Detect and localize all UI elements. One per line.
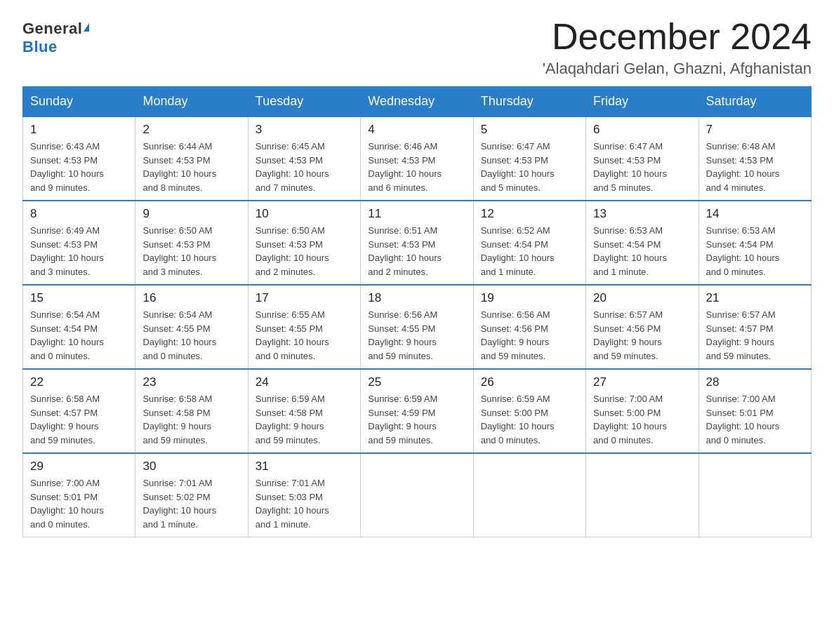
day-info: Sunrise: 6:54 AM Sunset: 4:54 PM Dayligh… — [30, 308, 128, 363]
day-info: Sunrise: 6:51 AM Sunset: 4:53 PM Dayligh… — [368, 224, 465, 279]
calendar-header-row: SundayMondayTuesdayWednesdayThursdayFrid… — [23, 87, 812, 117]
calendar-cell: 27Sunrise: 7:00 AM Sunset: 5:00 PM Dayli… — [586, 369, 699, 453]
header-friday: Friday — [586, 87, 699, 117]
page-header: General Blue December 2024 'Alaqahdari G… — [22, 17, 812, 78]
day-number: 23 — [143, 375, 240, 389]
calendar-cell: 23Sunrise: 6:58 AM Sunset: 4:58 PM Dayli… — [135, 369, 248, 453]
calendar-cell: 28Sunrise: 7:00 AM Sunset: 5:01 PM Dayli… — [699, 369, 811, 453]
day-number: 28 — [706, 375, 804, 389]
calendar-cell — [699, 453, 811, 537]
calendar-cell: 6Sunrise: 6:47 AM Sunset: 4:53 PM Daylig… — [586, 116, 699, 201]
day-number: 2 — [143, 123, 240, 137]
day-info: Sunrise: 7:00 AM Sunset: 5:01 PM Dayligh… — [30, 476, 128, 531]
calendar-cell: 2Sunrise: 6:44 AM Sunset: 4:53 PM Daylig… — [135, 116, 248, 201]
calendar-cell: 10Sunrise: 6:50 AM Sunset: 4:53 PM Dayli… — [248, 201, 360, 285]
day-info: Sunrise: 6:49 AM Sunset: 4:53 PM Dayligh… — [30, 224, 128, 279]
calendar-cell: 30Sunrise: 7:01 AM Sunset: 5:02 PM Dayli… — [135, 453, 248, 537]
calendar-cell: 24Sunrise: 6:59 AM Sunset: 4:58 PM Dayli… — [248, 369, 360, 453]
month-title: December 2024 — [543, 17, 812, 57]
day-info: Sunrise: 7:00 AM Sunset: 5:00 PM Dayligh… — [593, 392, 691, 447]
day-info: Sunrise: 6:47 AM Sunset: 4:53 PM Dayligh… — [481, 140, 578, 194]
day-number: 1 — [30, 123, 128, 137]
calendar-cell: 25Sunrise: 6:59 AM Sunset: 4:59 PM Dayli… — [361, 369, 473, 453]
calendar-cell: 11Sunrise: 6:51 AM Sunset: 4:53 PM Dayli… — [361, 201, 473, 285]
calendar-cell: 26Sunrise: 6:59 AM Sunset: 5:00 PM Dayli… — [473, 369, 585, 453]
day-info: Sunrise: 6:59 AM Sunset: 4:58 PM Dayligh… — [256, 392, 353, 447]
header-thursday: Thursday — [473, 87, 585, 117]
day-info: Sunrise: 6:50 AM Sunset: 4:53 PM Dayligh… — [143, 224, 240, 279]
calendar-cell: 17Sunrise: 6:55 AM Sunset: 4:55 PM Dayli… — [248, 285, 360, 369]
logo-triangle-icon — [84, 23, 89, 32]
day-number: 31 — [256, 459, 353, 474]
calendar-cell — [586, 453, 699, 537]
header-tuesday: Tuesday — [248, 87, 360, 117]
day-number: 17 — [256, 291, 353, 305]
calendar-week-row: 22Sunrise: 6:58 AM Sunset: 4:57 PM Dayli… — [23, 369, 812, 453]
day-info: Sunrise: 6:46 AM Sunset: 4:53 PM Dayligh… — [368, 140, 465, 194]
day-number: 22 — [30, 375, 128, 389]
day-number: 14 — [706, 207, 804, 221]
day-info: Sunrise: 6:43 AM Sunset: 4:53 PM Dayligh… — [30, 140, 128, 194]
day-info: Sunrise: 7:00 AM Sunset: 5:01 PM Dayligh… — [706, 392, 804, 447]
calendar-cell: 19Sunrise: 6:56 AM Sunset: 4:56 PM Dayli… — [473, 285, 585, 369]
calendar-cell: 15Sunrise: 6:54 AM Sunset: 4:54 PM Dayli… — [23, 285, 135, 369]
day-info: Sunrise: 6:57 AM Sunset: 4:56 PM Dayligh… — [593, 308, 691, 363]
day-info: Sunrise: 6:53 AM Sunset: 4:54 PM Dayligh… — [593, 224, 691, 279]
day-number: 29 — [30, 459, 128, 474]
day-info: Sunrise: 6:57 AM Sunset: 4:57 PM Dayligh… — [706, 308, 804, 363]
calendar-week-row: 8Sunrise: 6:49 AM Sunset: 4:53 PM Daylig… — [23, 201, 812, 285]
calendar-week-row: 1Sunrise: 6:43 AM Sunset: 4:53 PM Daylig… — [23, 116, 812, 201]
calendar-cell: 4Sunrise: 6:46 AM Sunset: 4:53 PM Daylig… — [361, 116, 473, 201]
calendar-cell: 3Sunrise: 6:45 AM Sunset: 4:53 PM Daylig… — [248, 116, 360, 201]
day-number: 9 — [143, 207, 240, 221]
day-info: Sunrise: 6:58 AM Sunset: 4:57 PM Dayligh… — [30, 392, 128, 447]
day-number: 11 — [368, 207, 465, 221]
day-number: 30 — [143, 459, 240, 474]
day-number: 24 — [256, 375, 353, 389]
day-number: 5 — [481, 123, 578, 137]
day-number: 16 — [143, 291, 240, 305]
day-number: 13 — [593, 207, 691, 221]
day-info: Sunrise: 6:59 AM Sunset: 5:00 PM Dayligh… — [481, 392, 578, 447]
calendar-cell: 22Sunrise: 6:58 AM Sunset: 4:57 PM Dayli… — [23, 369, 135, 453]
day-info: Sunrise: 6:47 AM Sunset: 4:53 PM Dayligh… — [593, 140, 691, 194]
day-info: Sunrise: 6:52 AM Sunset: 4:54 PM Dayligh… — [481, 224, 578, 279]
calendar-cell: 5Sunrise: 6:47 AM Sunset: 4:53 PM Daylig… — [473, 116, 585, 201]
day-info: Sunrise: 6:48 AM Sunset: 4:53 PM Dayligh… — [706, 140, 804, 194]
calendar-cell: 20Sunrise: 6:57 AM Sunset: 4:56 PM Dayli… — [586, 285, 699, 369]
calendar-cell: 14Sunrise: 6:53 AM Sunset: 4:54 PM Dayli… — [699, 201, 811, 285]
calendar-cell — [361, 453, 473, 537]
header-monday: Monday — [135, 87, 248, 117]
calendar-cell: 16Sunrise: 6:54 AM Sunset: 4:55 PM Dayli… — [135, 285, 248, 369]
day-number: 4 — [368, 123, 465, 137]
location-title: 'Alaqahdari Gelan, Ghazni, Afghanistan — [543, 60, 812, 78]
day-number: 21 — [706, 291, 804, 305]
day-number: 18 — [368, 291, 465, 305]
logo-blue-text: Blue — [22, 38, 58, 56]
day-info: Sunrise: 7:01 AM Sunset: 5:03 PM Dayligh… — [256, 476, 353, 531]
day-number: 8 — [30, 207, 128, 221]
calendar-cell: 1Sunrise: 6:43 AM Sunset: 4:53 PM Daylig… — [23, 116, 135, 201]
calendar-cell: 7Sunrise: 6:48 AM Sunset: 4:53 PM Daylig… — [699, 116, 811, 201]
day-info: Sunrise: 6:56 AM Sunset: 4:56 PM Dayligh… — [481, 308, 578, 363]
day-number: 12 — [481, 207, 578, 221]
calendar-cell: 18Sunrise: 6:56 AM Sunset: 4:55 PM Dayli… — [361, 285, 473, 369]
day-number: 7 — [706, 123, 804, 137]
day-info: Sunrise: 6:50 AM Sunset: 4:53 PM Dayligh… — [256, 224, 353, 279]
day-number: 3 — [256, 123, 353, 137]
calendar-cell: 13Sunrise: 6:53 AM Sunset: 4:54 PM Dayli… — [586, 201, 699, 285]
logo: General Blue — [22, 20, 89, 56]
day-number: 26 — [481, 375, 578, 389]
day-info: Sunrise: 6:45 AM Sunset: 4:53 PM Dayligh… — [256, 140, 353, 194]
day-info: Sunrise: 7:01 AM Sunset: 5:02 PM Dayligh… — [143, 476, 240, 531]
day-info: Sunrise: 6:54 AM Sunset: 4:55 PM Dayligh… — [143, 308, 240, 363]
calendar-cell: 12Sunrise: 6:52 AM Sunset: 4:54 PM Dayli… — [473, 201, 585, 285]
day-number: 20 — [593, 291, 691, 305]
title-area: December 2024 'Alaqahdari Gelan, Ghazni,… — [543, 17, 812, 78]
day-info: Sunrise: 6:53 AM Sunset: 4:54 PM Dayligh… — [706, 224, 804, 279]
calendar-cell: 31Sunrise: 7:01 AM Sunset: 5:03 PM Dayli… — [248, 453, 360, 537]
calendar-cell: 29Sunrise: 7:00 AM Sunset: 5:01 PM Dayli… — [23, 453, 135, 537]
day-info: Sunrise: 6:59 AM Sunset: 4:59 PM Dayligh… — [368, 392, 465, 447]
day-number: 10 — [256, 207, 353, 221]
day-info: Sunrise: 6:44 AM Sunset: 4:53 PM Dayligh… — [143, 140, 240, 194]
